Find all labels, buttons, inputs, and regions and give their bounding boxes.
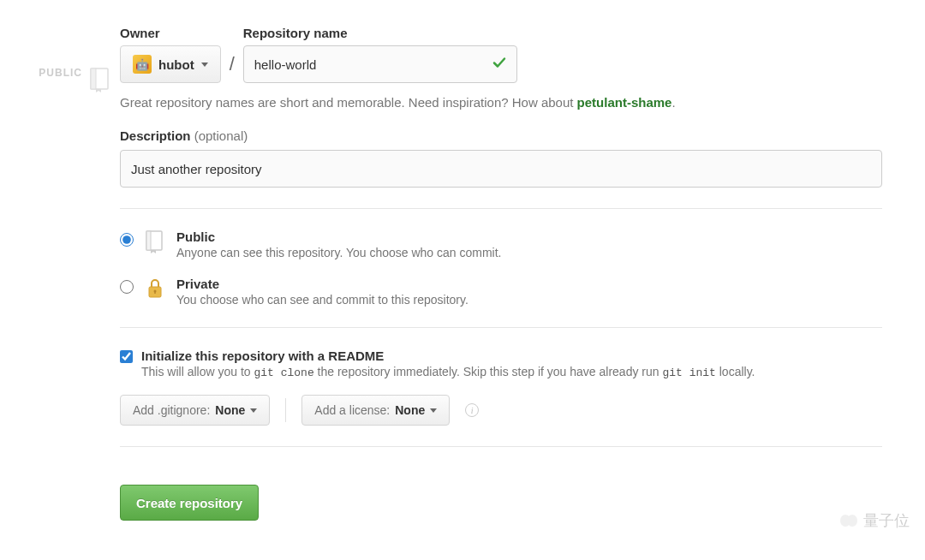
main-form: Owner 🤖 hubot / Repository name Gr bbox=[111, 26, 908, 521]
watermark: 量子位 bbox=[839, 510, 910, 531]
init-readme-checkbox[interactable] bbox=[120, 350, 133, 363]
repo-name-label: Repository name bbox=[243, 26, 517, 40]
gitignore-select[interactable]: Add .gitignore: None bbox=[120, 395, 270, 426]
owner-value: hubot bbox=[158, 57, 194, 72]
public-badge-column: PUBLIC bbox=[9, 26, 111, 521]
description-input[interactable] bbox=[120, 150, 882, 188]
vertical-divider bbox=[285, 398, 286, 422]
private-title: Private bbox=[176, 277, 468, 291]
divider bbox=[120, 327, 882, 328]
public-title: Public bbox=[176, 229, 502, 244]
svg-rect-1 bbox=[91, 69, 96, 89]
create-repository-button[interactable]: Create repository bbox=[120, 485, 259, 521]
svg-rect-6 bbox=[154, 291, 155, 294]
lock-icon bbox=[144, 277, 166, 301]
name-hint: Great repository names are short and mem… bbox=[120, 95, 882, 110]
private-desc: You choose who can see and commit to thi… bbox=[176, 293, 468, 307]
suggested-name[interactable]: petulant-shame bbox=[577, 95, 672, 110]
chevron-down-icon bbox=[201, 63, 208, 67]
public-repo-icon bbox=[144, 229, 166, 253]
visibility-public-option[interactable]: Public Anyone can see this repository. Y… bbox=[120, 229, 882, 259]
repo-icon bbox=[89, 67, 111, 95]
license-select[interactable]: Add a license: None bbox=[301, 395, 450, 426]
public-desc: Anyone can see this repository. You choo… bbox=[176, 246, 502, 259]
description-label: Description (optional) bbox=[120, 128, 248, 143]
owner-avatar-icon: 🤖 bbox=[133, 55, 152, 74]
init-readme-title: Initialize this repository with a README bbox=[141, 349, 755, 363]
private-radio[interactable] bbox=[120, 280, 134, 294]
license-info-icon[interactable]: i bbox=[465, 403, 479, 417]
chevron-down-icon bbox=[430, 408, 437, 413]
repo-name-input[interactable] bbox=[243, 45, 517, 83]
svg-rect-3 bbox=[146, 231, 151, 250]
owner-label: Owner bbox=[120, 26, 221, 40]
init-readme-desc: This will allow you to git clone the rep… bbox=[141, 365, 755, 379]
divider bbox=[120, 446, 882, 447]
owner-repo-separator: / bbox=[230, 53, 235, 75]
chevron-down-icon bbox=[250, 408, 257, 413]
public-radio[interactable] bbox=[120, 233, 134, 247]
visibility-private-option[interactable]: Private You choose who can see and commi… bbox=[120, 277, 882, 307]
public-label: PUBLIC bbox=[39, 67, 82, 79]
svg-point-8 bbox=[847, 515, 857, 527]
owner-select[interactable]: 🤖 hubot bbox=[120, 45, 221, 83]
valid-check-icon bbox=[492, 56, 507, 74]
divider bbox=[120, 208, 882, 209]
